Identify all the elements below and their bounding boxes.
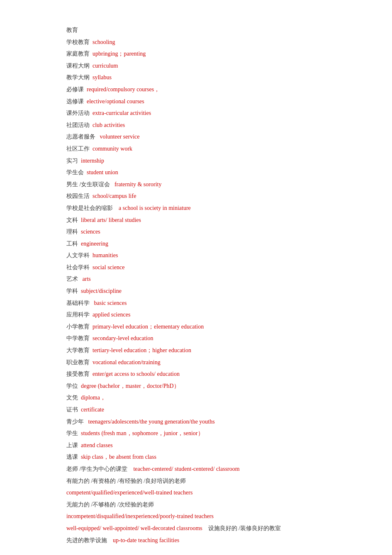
line-l7: 选修课 elective/optional courses [66,96,359,107]
text-zh: 校园生活 [66,193,90,199]
text-zh: 社区工作 [66,146,90,152]
line-l6: 必修课 required/compulsory courses， [66,84,359,95]
line-l24: 基础科学 basic sciences [66,298,359,309]
text-zh: 学校是社会的缩影 [66,205,113,211]
line-l16: 学校是社会的缩影 a school is society in miniatur… [66,203,359,214]
line-l4: 课程大纲 curriculum [66,61,359,72]
text-en: degree (bachelor，master，doctor/PhD） [78,383,180,389]
line-l3: 家庭教育 upbringing；parenting [66,49,359,60]
line-l19: 工科 engineering [66,239,359,250]
text-zh: 学科 [66,288,78,294]
text-zh: 志愿者服务 [66,134,95,140]
line-l30: 接受教育 enter/get access to schools/ educat… [66,369,359,380]
text-zh: 学生会 [66,169,84,175]
line-l20: 人文学科 humanities [66,250,359,261]
text-en: diploma， [78,394,106,401]
line-l37: 逃课 skip class，be absent from class [66,452,359,463]
text-zh: 课程大纲 [66,63,90,69]
text-zh: 大学教育 [66,347,90,353]
line-l38: 老师 /学生为中心的课堂 teacher-centered/ student-c… [66,464,359,475]
text-zh: 有能力的 /有资格的 /有经验的 /良好培训的老师 [66,478,186,484]
line-l42: incompetent/disqualified/inexperienced/p… [66,511,359,522]
line-l13: 学生会 student union [66,167,359,178]
line-l15: 校园生活 school/campus life [66,191,359,202]
text-en: curriculum [90,63,118,69]
text-zh: 社团活动 [66,122,90,128]
line-l21: 社会学科 social science [66,262,359,273]
text-zh: 课外活动 [66,110,90,116]
text-en: community work [90,146,132,152]
line-l14: 男生 /女生联谊会 fraternity & sorority [66,179,359,190]
text-en: arts [78,276,91,282]
text-en: enter/get access to schools/ education [90,371,180,377]
text-zh: 设施良好的 /装修良好的教室 [202,525,281,531]
text-en: club activities [90,122,125,128]
line-l9: 社团活动 club activities [66,120,359,131]
text-zh: 逃课 [66,454,78,460]
line-l17: 文科 liberal arts/ liberal studies [66,215,359,226]
line-l10: 志愿者服务 volunteer service [66,131,359,143]
text-zh: 青少年 [66,419,84,425]
line-l5: 教学大纲 syllabus [66,72,359,83]
line-l31: 学位 degree (bachelor，master，doctor/PhD） [66,381,359,392]
text-zh: 上课 [66,442,78,448]
text-en: engineering [78,241,108,247]
text-en: attend classes [78,442,113,448]
text-zh: 选修课 [66,98,84,105]
line-l34: 青少年 teenagers/adolescents/the young gene… [66,416,359,428]
text-zh: 家庭教育 [66,51,90,57]
content-area: 教育 学校教育 schooling 家庭教育 upbringing；parent… [66,25,359,546]
line-l39: 有能力的 /有资格的 /有经验的 /良好培训的老师 [66,476,359,487]
line-l1: 教育 [66,25,359,36]
text-zh: 小学教育 [66,324,90,330]
text-en: school/campus life [90,193,136,199]
text-zh: 社会学科 [66,264,90,270]
line-l25: 应用科学 applied sciences [66,309,359,321]
line-l11: 社区工作 community work [66,144,359,155]
text-zh: 老师 /学生为中心的课堂 [66,466,127,472]
text-en: secondary-level education [90,335,153,341]
text-en: required/compulsory courses， [84,86,160,92]
line-l2: 学校教育 schooling [66,37,359,48]
text-en: students (fresh man，sophomore，junior，sen… [78,430,204,436]
text-zh: 文科 [66,217,78,223]
line-l26: 小学教育 primary-level education；elementary … [66,321,359,333]
line-l35: 学生 students (fresh man，sophomore，junior，… [66,428,359,439]
text-zh: 接受教育 [66,371,90,377]
line-l36: 上课 attend classes [66,440,359,451]
text-en: skip class，be absent from class [78,454,156,460]
text-zh: 学生 [66,430,78,436]
line-l41: 无能力的 /不够格的 /次经验的老师 [66,499,359,511]
text-zh: 基础科学 [66,300,90,306]
text-zh: 艺术 [66,276,78,282]
text-en: volunteer service [95,134,140,140]
text-zh: 应用科学 [66,312,90,318]
text-zh: 职业教育 [66,359,90,365]
text-en: teacher-centered/ student-centered/ clas… [127,466,239,472]
text-zh: 无能力的 /不够格的 /次经验的老师 [66,501,154,508]
text-en: social science [90,264,124,270]
text-zh: 必修课 [66,86,84,92]
text-en: vocational education/training [90,359,161,365]
text-en: up-to-date teaching facilities [107,537,179,543]
line-l28: 大学教育 tertiary-level education；higher edu… [66,345,359,356]
text-en: subject/discipline [78,288,122,294]
line-l44: 先进的教学设施 up-to-date teaching facilities [66,535,359,546]
text-zh: 男生 /女生联谊会 [66,181,110,187]
text-en: basic sciences [90,300,127,306]
text-en: schooling [90,39,115,45]
text-en: elective/optional courses [84,98,144,105]
text-en: fraternity & sorority [110,181,161,187]
text-zh: 学校教育 [66,39,90,45]
line-l33: 证书 certificate [66,404,359,416]
text-en: syllabus [90,74,112,80]
text-en: teenagers/adolescents/the young generati… [84,419,215,425]
text-en: certificate [78,407,104,413]
text-en: competent/qualified/experienced/well-tra… [66,489,192,496]
line-l12: 实习 internship [66,156,359,167]
line-l18: 理科 sciences [66,226,359,238]
text-en: applied sciences [90,312,130,318]
line-l43: well-equipped/ well-appointed/ well-deco… [66,523,359,534]
text-en: tertiary-level education；higher educatio… [90,347,191,353]
text-zh: 文凭 [66,394,78,401]
